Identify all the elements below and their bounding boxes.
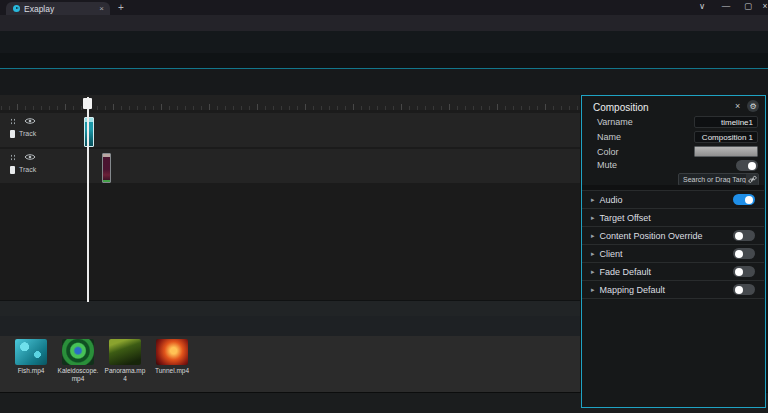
panel-title: Composition xyxy=(593,102,649,113)
section-fade-default[interactable]: ▸ Fade Default xyxy=(582,262,764,280)
eye-icon[interactable] xyxy=(24,117,36,125)
media-item[interactable]: Fish.mp4 xyxy=(8,339,54,375)
browser-toolbar: ← → ↻ ⓘ localhost ☆ ⋮ xyxy=(0,15,768,31)
section-content-position-override[interactable]: ▸ Content Position Override xyxy=(582,226,764,244)
mute-label: Mute xyxy=(597,160,617,170)
color-swatch-button[interactable] xyxy=(694,146,758,157)
color-label: Color xyxy=(597,147,619,157)
chevron-right-icon: ▸ xyxy=(591,268,595,276)
clip-fish[interactable] xyxy=(84,117,94,147)
window-maximize-button[interactable]: ▢ xyxy=(740,1,756,11)
timeline-footer: − + 100% ∨ FIT xyxy=(0,300,580,316)
chevron-right-icon: ▸ xyxy=(591,196,595,204)
track-label: Track xyxy=(19,166,36,173)
client-toggle[interactable] xyxy=(733,248,755,259)
video-thumbnail[interactable] xyxy=(156,339,188,365)
eye-icon[interactable] xyxy=(24,153,36,161)
media-item-name: Tunnel.mp4 xyxy=(155,367,189,375)
varname-label: Varname xyxy=(597,117,633,127)
audio-toggle[interactable] xyxy=(733,194,755,205)
section-mapping-default[interactable]: ▸ Mapping Default xyxy=(582,280,764,298)
panel-close-icon[interactable]: × xyxy=(735,101,740,111)
mapping-default-toggle[interactable] xyxy=(733,284,755,295)
browser-tab[interactable]: Exaplay × xyxy=(6,2,110,15)
track-label: Track xyxy=(19,130,36,137)
media-item-name: Fish.mp4 xyxy=(18,367,45,375)
media-item[interactable]: Tunnel.mp4 xyxy=(149,339,195,375)
content-position-override-toggle[interactable] xyxy=(733,230,755,241)
playhead-handle[interactable] xyxy=(83,98,92,109)
chevron-right-icon: ▸ xyxy=(591,214,595,222)
media-grid: Fish.mp4 Kaleidoscope.mp4 Panorama.mp4 T… xyxy=(0,336,580,392)
chevron-right-icon: ▸ xyxy=(591,232,595,240)
varname-input[interactable] xyxy=(694,116,758,128)
window-minimize-button[interactable]: — xyxy=(718,1,734,11)
composition-properties-panel: Composition × ⚙ Varname Name Color Mute … xyxy=(581,95,766,408)
chevron-right-icon: ▸ xyxy=(591,286,595,294)
track-color-bar xyxy=(10,166,15,174)
media-item[interactable]: Kaleidoscope.mp4 xyxy=(55,339,101,382)
media-item-name: Kaleidoscope.mp4 xyxy=(56,367,100,382)
video-thumbnail[interactable] xyxy=(109,339,141,365)
divider xyxy=(582,298,764,299)
track-color-bar xyxy=(10,130,15,138)
mute-toggle[interactable] xyxy=(736,160,758,171)
site-favicon xyxy=(13,5,20,12)
section-target-offset[interactable]: ▸ Target Offset xyxy=(582,208,764,226)
section-client[interactable]: ▸ Client xyxy=(582,244,764,262)
media-browser-toolbar: ‹ ∨ ↗ × xyxy=(0,316,580,336)
video-thumbnail[interactable] xyxy=(62,339,94,365)
drag-handle-icon[interactable] xyxy=(10,154,16,161)
tab-close-icon[interactable]: × xyxy=(97,4,106,13)
media-item[interactable]: Panorama.mp4 xyxy=(102,339,148,382)
tab-search-icon[interactable]: ∨ xyxy=(694,1,710,11)
section-audio[interactable]: ▸ Audio xyxy=(582,190,764,208)
playhead[interactable] xyxy=(87,97,89,302)
browser-tab-title: Exaplay xyxy=(24,4,97,14)
window-close-button[interactable]: × xyxy=(757,1,768,11)
fade-default-toggle[interactable] xyxy=(733,266,755,277)
app-header: EXAPLAY v 0.18.0.0 Sync UI Show Mode ☰ xyxy=(0,31,768,53)
panel-gear-icon[interactable]: ⚙ xyxy=(747,100,759,112)
composition-tab-bar: Composition 1 × Composition 2 × + ⚙ xyxy=(0,53,768,68)
new-tab-button[interactable]: + xyxy=(118,2,124,13)
clip-tunnel[interactable] xyxy=(102,153,111,183)
transport-bar: sync playback 00:02:45.0 cue ∨ audio out… xyxy=(0,68,768,95)
chevron-right-icon: ▸ xyxy=(591,250,595,258)
media-item-name: Panorama.mp4 xyxy=(103,367,147,382)
name-input[interactable] xyxy=(694,131,758,143)
link-icon xyxy=(746,174,758,185)
video-thumbnail[interactable] xyxy=(15,339,47,365)
name-label: Name xyxy=(597,132,621,142)
browser-tab-strip: Exaplay × + ∨ — ▢ × xyxy=(0,0,768,15)
drag-handle-icon[interactable] xyxy=(10,118,16,125)
exaplay-app-window: Exaplay × + ∨ — ▢ × ← → ↻ ⓘ localhost ☆ … xyxy=(0,0,768,413)
